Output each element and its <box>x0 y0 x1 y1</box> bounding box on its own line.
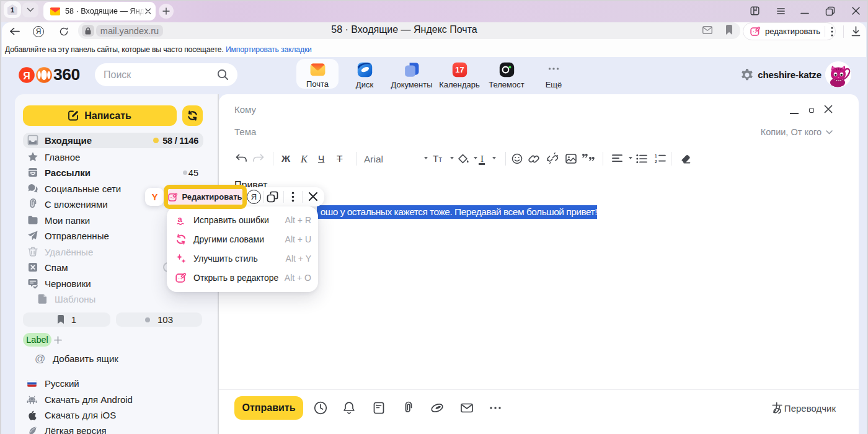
svg-text:1: 1 <box>655 154 657 158</box>
svg-text:a: a <box>178 215 183 224</box>
svg-text:Я: Я <box>23 71 30 81</box>
svg-text:17: 17 <box>455 65 464 74</box>
svg-text:Y: Y <box>151 192 157 202</box>
svg-text:2: 2 <box>655 159 657 164</box>
